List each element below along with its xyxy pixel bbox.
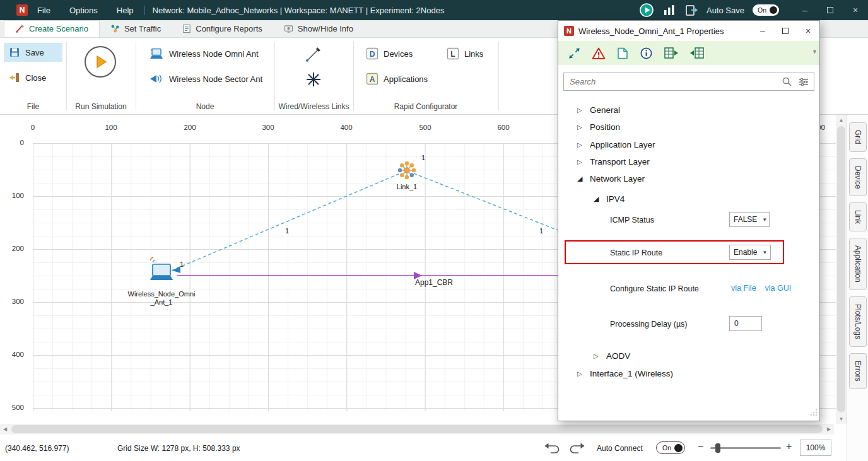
side-tab-grid[interactable]: Grid: [849, 122, 867, 152]
expand-icon[interactable]: ▷: [577, 370, 586, 377]
tree-item-aodv[interactable]: ▷ AODV: [558, 348, 819, 363]
collapse-icon[interactable]: ◢: [594, 195, 602, 203]
h-scroll-thumb[interactable]: [11, 425, 823, 433]
icmp-status-dropdown[interactable]: FALSE ▼: [729, 212, 770, 227]
minimize-button[interactable]: –: [792, 0, 818, 20]
node-label-line1: Wireless_Node_Omni: [124, 290, 199, 298]
search-input[interactable]: [564, 77, 778, 86]
tab-configure-reports[interactable]: Configure Reports: [172, 20, 273, 37]
processing-delay-input[interactable]: 0: [729, 316, 762, 331]
via-gui-link[interactable]: via GUI: [765, 284, 792, 293]
dialog-minimize-button[interactable]: –: [751, 21, 774, 41]
filter-icon[interactable]: [795, 78, 814, 86]
zoom-slider-thumb[interactable]: [715, 443, 720, 453]
chevron-down-icon: ▼: [762, 217, 767, 223]
redo-icon[interactable]: [569, 441, 585, 457]
auto-save-toggle[interactable]: On: [753, 4, 779, 16]
adhoc-link-icon: [305, 71, 322, 88]
zoom-level[interactable]: 100%: [800, 440, 831, 456]
expand-collapse-icon[interactable]: [568, 47, 581, 60]
link-label: Link_1: [382, 183, 432, 190]
zoom-out-button[interactable]: −: [698, 441, 703, 452]
tree-item-network-layer[interactable]: ◢ Network Layer: [558, 171, 819, 186]
save-button[interactable]: Save: [4, 43, 62, 62]
vertical-scrollbar[interactable]: ▲ ▼: [836, 115, 847, 424]
wireless-node-sector-button[interactable]: Wireless Node Sector Ant: [144, 69, 267, 88]
link-hub-device[interactable]: [398, 161, 416, 179]
devices-button[interactable]: D Devices: [361, 44, 418, 63]
info-icon[interactable]: [640, 47, 653, 60]
expand-icon[interactable]: ▷: [594, 353, 602, 359]
tree-item-ipv4[interactable]: ◢ IPV4: [558, 191, 819, 206]
tree-item-transport-layer[interactable]: ▷ Transport Layer: [558, 154, 819, 169]
run-simulation-icon[interactable]: [639, 3, 654, 18]
h-scroll-track[interactable]: [10, 424, 824, 435]
tree-item-position[interactable]: ▷ Position: [558, 119, 819, 134]
wireless-link-line-right[interactable]: [414, 173, 563, 232]
close-button[interactable]: ×: [843, 0, 868, 20]
dialog-close-button[interactable]: ×: [797, 21, 819, 41]
expand-icon[interactable]: ▷: [577, 107, 586, 114]
scroll-left-icon[interactable]: ◀: [0, 426, 10, 432]
horizontal-scrollbar[interactable]: ◀ ▶: [0, 424, 834, 435]
play-icon: [92, 54, 108, 70]
undo-icon[interactable]: [544, 441, 560, 457]
static-ip-route-dropdown[interactable]: Enable ▼: [729, 245, 771, 260]
via-file-link[interactable]: via File: [731, 284, 756, 293]
links-button[interactable]: L Links: [442, 44, 488, 63]
grid-size-label: Grid Size W: 1278 px, H: 508.333 px: [117, 444, 240, 453]
right-tab-strip: Grid Device Link Application Plots/Logs …: [847, 115, 868, 461]
sector-node-icon: [149, 73, 164, 85]
expand-icon[interactable]: ▷: [577, 124, 586, 131]
side-tab-application[interactable]: Application: [849, 238, 867, 290]
scroll-down-icon[interactable]: ▼: [839, 414, 844, 424]
scroll-right-icon[interactable]: ▶: [824, 426, 834, 432]
export-excel-icon[interactable]: [664, 47, 679, 59]
draw-link-button[interactable]: [301, 43, 326, 66]
export-icon[interactable]: [684, 3, 698, 17]
side-tab-errors[interactable]: Errors: [849, 353, 867, 389]
wireless-link-line-left[interactable]: [172, 173, 400, 271]
links-group-label: Wired/Wireless Links: [274, 102, 353, 111]
run-simulation-button[interactable]: [85, 46, 116, 78]
wireless-node-omni-button[interactable]: Wireless Node Omni Ant: [144, 44, 264, 63]
tree-label: Network Layer: [590, 174, 645, 184]
notes-icon[interactable]: [616, 47, 629, 60]
search-icon[interactable]: [778, 76, 795, 87]
tree-item-application-layer[interactable]: ▷ Application Layer: [558, 137, 819, 152]
close-scenario-button[interactable]: Close: [4, 68, 62, 87]
collapse-icon[interactable]: ◢: [577, 175, 586, 183]
scroll-up-icon[interactable]: ▲: [839, 115, 844, 125]
v-scroll-track[interactable]: [836, 125, 847, 414]
dialog-titlebar[interactable]: N Wireless_Node_Omni_Ant_1 Properties – …: [558, 21, 819, 41]
tab-create-scenario[interactable]: Create Scenario: [4, 20, 100, 37]
import-excel-icon[interactable]: [689, 47, 705, 59]
expand-icon[interactable]: ▷: [577, 141, 586, 148]
auto-save-state: On: [758, 6, 766, 14]
zoom-slider[interactable]: [710, 447, 781, 449]
adhoc-link-button[interactable]: [301, 68, 326, 91]
side-tab-device[interactable]: Device: [849, 158, 867, 197]
side-tab-plots-logs[interactable]: Plots/Logs: [849, 296, 867, 347]
maximize-button[interactable]: [818, 0, 843, 20]
side-tab-link[interactable]: Link: [849, 202, 867, 231]
menu-help[interactable]: Help: [107, 0, 143, 20]
zoom-in-button[interactable]: +: [786, 441, 792, 452]
tab-show-hide-info[interactable]: Show/Hide Info: [273, 20, 364, 37]
auto-connect-toggle[interactable]: On: [656, 441, 685, 454]
tree-item-interface1[interactable]: ▷ Interface_1 (Wireless): [558, 366, 819, 381]
toolbar-overflow-icon[interactable]: ▼: [812, 49, 818, 55]
results-chart-icon[interactable]: [662, 3, 676, 17]
dialog-maximize-button[interactable]: [774, 21, 797, 41]
menu-file[interactable]: File: [28, 0, 60, 20]
v-scroll-thumb[interactable]: [837, 126, 845, 412]
expand-icon[interactable]: ▷: [577, 158, 586, 165]
menu-options[interactable]: Options: [60, 0, 107, 20]
warning-icon[interactable]: [592, 47, 606, 60]
wireless-node-device[interactable]: [150, 257, 173, 280]
tab-set-traffic[interactable]: Set Traffic: [100, 20, 172, 37]
links-icon: L: [447, 47, 459, 60]
applications-button[interactable]: A Applications: [361, 69, 433, 88]
resize-grip[interactable]: [810, 407, 818, 419]
tree-item-general[interactable]: ▷ General: [558, 102, 819, 117]
